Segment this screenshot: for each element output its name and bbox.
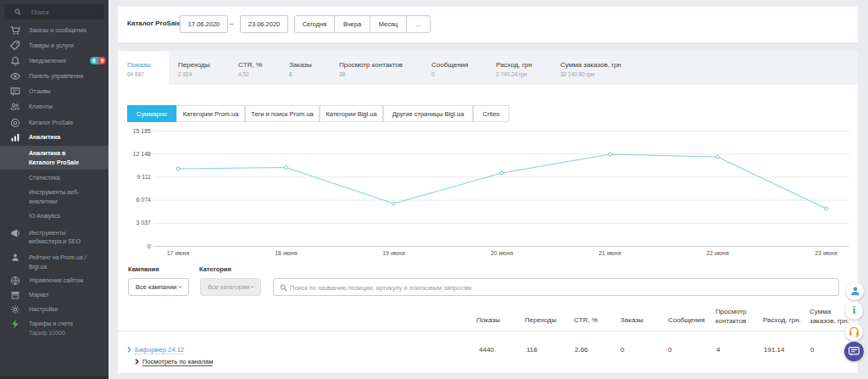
svg-text:15 185: 15 185 bbox=[133, 128, 152, 134]
svg-text:0: 0 bbox=[147, 243, 151, 249]
svg-text:18 июня: 18 июня bbox=[275, 250, 298, 256]
svg-text:19 июня: 19 июня bbox=[382, 250, 405, 256]
svg-text:20 июня: 20 июня bbox=[491, 250, 514, 256]
svg-text:23 июня: 23 июня bbox=[815, 250, 837, 256]
svg-text:17 июня: 17 июня bbox=[167, 250, 190, 256]
svg-text:21 июня: 21 июня bbox=[598, 250, 621, 256]
svg-text:12 148: 12 148 bbox=[133, 151, 152, 157]
svg-text:6 074: 6 074 bbox=[136, 197, 151, 203]
svg-text:22 июня: 22 июня bbox=[706, 250, 729, 256]
svg-text:9 111: 9 111 bbox=[137, 174, 152, 180]
svg-text:3 037: 3 037 bbox=[136, 220, 151, 226]
